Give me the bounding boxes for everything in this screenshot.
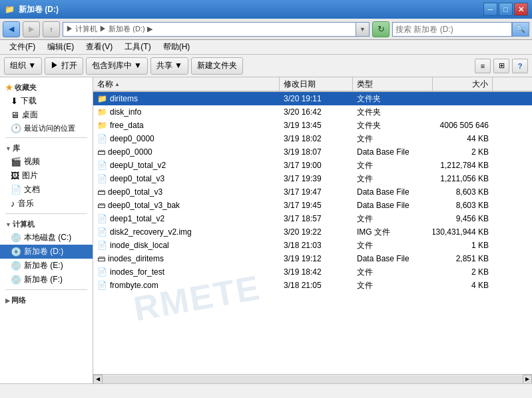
recent-icon: 🕐 — [11, 123, 21, 133]
file-type-icon: 📄 — [97, 281, 107, 290]
view-detail-button[interactable]: ≡ — [475, 59, 491, 73]
search-input[interactable] — [392, 22, 512, 37]
file-cell-size: 1,130,431,944 KB — [433, 225, 493, 239]
share-button[interactable]: 共享 ▼ — [150, 57, 188, 75]
table-row[interactable]: 🗃 deep0_0000 3/19 18:07 Data Base File 2… — [93, 145, 532, 159]
file-type-icon: 📄 — [97, 134, 107, 143]
table-row[interactable]: 🗃 inodes_diritems 3/19 19:12 Data Base F… — [93, 252, 532, 265]
file-cell-name: 📄 deep1_total_v2 — [93, 212, 280, 225]
file-cell-date: 3/17 19:47 — [280, 185, 353, 199]
organize-button[interactable]: 组织 ▼ — [4, 57, 42, 75]
drive-d-icon: 💿 — [11, 247, 21, 257]
address-field[interactable]: ▶ 计算机 ▶ 新加卷 (D:) ▶ — [63, 22, 356, 37]
window: 📁 新加卷 (D:) ─ □ ✕ ◀ ▶ ↑ ▶ 计算机 ▶ 新加卷 (D:) … — [0, 0, 532, 398]
col-header-name[interactable]: 名称 ▲ — [93, 77, 280, 91]
file-cell-name: 📄 deep0_total_v3 — [93, 172, 280, 185]
sort-arrow-name: ▲ — [115, 81, 120, 87]
sidebar-item-recent-label: 最近访问的位置 — [24, 123, 75, 133]
file-rows: 📁 diritems 3/20 19:11 文件夹 📁 disk_info 3/… — [93, 92, 532, 374]
file-name-text: inode_disk_local — [110, 241, 169, 250]
file-cell-type: 文件夹 — [353, 105, 433, 119]
menu-edit[interactable]: 编辑(E) — [42, 40, 79, 54]
window-controls: ─ □ ✕ — [483, 3, 528, 16]
menu-view[interactable]: 查看(V) — [81, 40, 118, 54]
table-row[interactable]: 📁 disk_info 3/20 16:42 文件夹 — [93, 105, 532, 119]
table-row[interactable]: 📄 deepU_total_v2 3/17 19:00 文件 1,212,784… — [93, 159, 532, 172]
sidebar-item-drive-d[interactable]: 💿 新加卷 (D:) — [0, 245, 93, 259]
sidebar-item-pictures-label: 图片 — [22, 170, 38, 181]
include-library-button[interactable]: 包含到库中 ▼ — [86, 57, 148, 75]
table-row[interactable]: 📄 disk2_recovery_v2.img 3/20 19:22 IMG 文… — [93, 225, 532, 239]
table-row[interactable]: 📄 deep0_total_v3 3/17 19:39 文件 1,211,056… — [93, 172, 532, 185]
file-cell-size: 2 KB — [433, 145, 493, 159]
sidebar-item-desktop[interactable]: 🖥 桌面 — [0, 108, 93, 122]
file-cell-size: 9,456 KB — [433, 212, 493, 225]
file-cell-type: Data Base File — [353, 252, 433, 265]
address-dropdown[interactable]: ▼ — [356, 22, 370, 37]
sidebar-item-documents[interactable]: 📄 文档 — [0, 183, 93, 197]
back-button[interactable]: ◀ — [3, 21, 20, 37]
open-label: ▶ 打开 — [51, 60, 77, 71]
table-row[interactable]: 📄 inodes_for_test 3/19 18:42 文件 2 KB — [93, 265, 532, 279]
col-header-size[interactable]: 大小 — [433, 77, 493, 91]
file-cell-size: 4006 505 646 — [433, 119, 493, 132]
file-cell-date: 3/19 18:02 — [280, 132, 353, 145]
file-cell-date: 3/17 19:39 — [280, 172, 353, 185]
table-row[interactable]: 📄 deep0_0000 3/19 18:02 文件 44 KB — [93, 132, 532, 145]
file-name-text: deep0_total_v3 — [108, 187, 162, 197]
file-name-text: deepU_total_v2 — [110, 161, 166, 170]
file-type-icon: 📄 — [97, 267, 107, 277]
sidebar-item-music[interactable]: ♪ 音乐 — [0, 197, 93, 211]
table-row[interactable]: 📁 diritems 3/20 19:11 文件夹 — [93, 92, 532, 105]
sidebar-item-download[interactable]: ⬇ 下载 — [0, 94, 93, 108]
sidebar-item-recent[interactable]: 🕐 最近访问的位置 — [0, 122, 93, 135]
h-scroll-left[interactable]: ◀ — [93, 375, 103, 384]
forward-button[interactable]: ▶ — [23, 21, 40, 37]
maximize-button[interactable]: □ — [499, 3, 513, 16]
table-row[interactable]: 🗃 deep0_total_v3 3/17 19:47 Data Base Fi… — [93, 185, 532, 199]
file-cell-date: 3/19 13:45 — [280, 119, 353, 132]
up-button[interactable]: ↑ — [43, 21, 60, 37]
col-header-type[interactable]: 类型 — [353, 77, 433, 91]
favorites-header: ★ 收藏夹 — [0, 80, 93, 94]
sidebar-item-drive-e[interactable]: 💿 新加卷 (E:) — [0, 259, 93, 273]
file-cell-size: 44 KB — [433, 132, 493, 145]
table-row[interactable]: 📄 frombyte.com 3/18 21:05 文件 4 KB — [93, 279, 532, 292]
view-icon-button[interactable]: ⊞ — [493, 59, 509, 73]
sidebar-item-video[interactable]: 🎬 视频 — [0, 155, 93, 169]
open-button[interactable]: ▶ 打开 — [45, 57, 83, 75]
table-row[interactable]: 📁 free_data 3/19 13:45 文件夹 4006 505 646 — [93, 119, 532, 132]
menu-file[interactable]: 文件(F) — [4, 40, 41, 54]
refresh-button[interactable]: ↻ — [372, 21, 390, 37]
file-cell-type: 文件 — [353, 159, 433, 172]
file-type-icon: 📄 — [97, 214, 107, 223]
search-button[interactable]: 🔍 — [512, 22, 529, 37]
sidebar-item-drive-f-label: 新加卷 (F:) — [24, 274, 63, 285]
file-type-icon: 📁 — [97, 107, 107, 117]
table-row[interactable]: 🗃 deep0_total_v3_bak 3/17 19:45 Data Bas… — [93, 199, 532, 212]
drive-f-icon: 💿 — [11, 275, 21, 285]
file-cell-type: IMG 文件 — [353, 225, 433, 239]
table-row[interactable]: 📄 deep1_total_v2 3/17 18:57 文件 9,456 KB — [93, 212, 532, 225]
sidebar-item-drive-f[interactable]: 💿 新加卷 (F:) — [0, 273, 93, 287]
menu-tools[interactable]: 工具(T) — [119, 40, 156, 54]
table-row[interactable]: 📄 inode_disk_local 3/18 21:03 文件 1 KB — [93, 239, 532, 252]
close-button[interactable]: ✕ — [514, 3, 528, 16]
minimize-button[interactable]: ─ — [483, 3, 497, 16]
h-scroll-right[interactable]: ▶ — [523, 375, 532, 384]
file-cell-name: 📄 frombyte.com — [93, 279, 280, 292]
file-cell-type: 文件 — [353, 132, 433, 145]
help-button[interactable]: ? — [512, 59, 528, 73]
drive-c-icon: 💿 — [11, 233, 21, 243]
file-cell-size — [433, 92, 493, 105]
sidebar-item-pictures[interactable]: 🖼 图片 — [0, 169, 93, 183]
h-scroll-track[interactable] — [103, 375, 523, 383]
address-text: ▶ 计算机 ▶ 新加卷 (D:) ▶ — [66, 24, 152, 34]
sidebar-item-drive-c[interactable]: 💿 本地磁盘 (C:) — [0, 231, 93, 245]
menu-help[interactable]: 帮助(H) — [158, 40, 196, 54]
file-name-text: deep0_0000 — [108, 147, 152, 157]
col-header-date[interactable]: 修改日期 — [280, 77, 353, 91]
file-cell-size: 8,603 KB — [433, 199, 493, 212]
download-icon: ⬇ — [11, 96, 18, 106]
new-folder-button[interactable]: 新建文件夹 — [191, 57, 243, 75]
